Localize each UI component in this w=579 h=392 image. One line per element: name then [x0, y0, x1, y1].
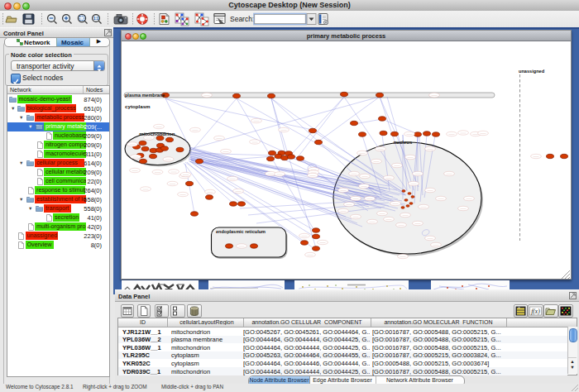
- svg-text:unassigned: unassigned: [519, 69, 545, 74]
- svg-text:plasma membrane: plasma membrane: [125, 93, 165, 98]
- svg-text:nucleus: nucleus: [394, 140, 413, 145]
- svg-text:mitochondrion: mitochondrion: [139, 131, 175, 136]
- svg-text:Search:: Search:: [230, 15, 254, 23]
- svg-text:cytoplasm: cytoplasm: [125, 103, 151, 109]
- svg-text:endoplasmic reticulum: endoplasmic reticulum: [216, 229, 266, 234]
- svg-text:f(x): f(x): [531, 308, 540, 315]
- svg-text:1:1: 1:1: [93, 17, 99, 21]
